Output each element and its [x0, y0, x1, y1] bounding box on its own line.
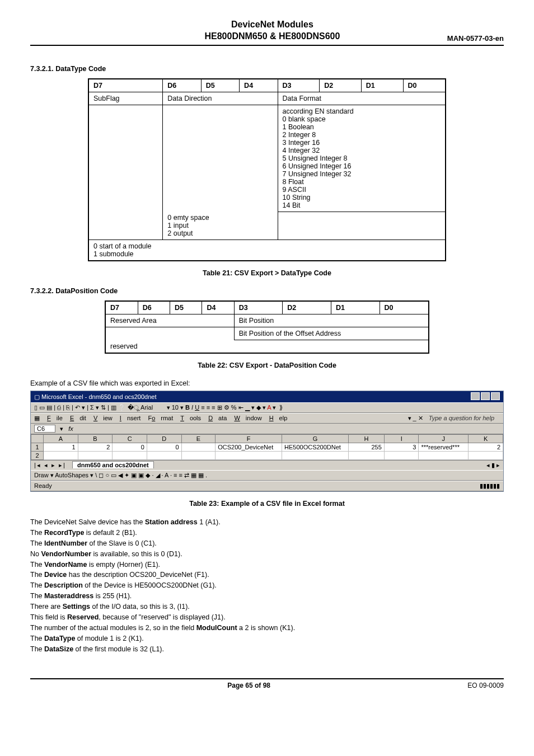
note-line: This field is Reserved, because of "rese… — [30, 613, 504, 622]
close-icon — [491, 392, 500, 400]
menu-tools[interactable]: Tools — [180, 415, 201, 421]
fx-icon[interactable]: fx — [68, 425, 73, 432]
note-line: The number of the actual modules is 2, s… — [30, 623, 504, 633]
note-line: The RecordType is default 2 (B1). — [30, 528, 504, 538]
workbook-icon: ▦ — [34, 415, 40, 421]
menu-bar[interactable]: ▦ File Edit View Insert Format Tools Dat… — [31, 413, 503, 424]
menu-file[interactable]: File — [47, 415, 63, 421]
minimize-icon — [471, 392, 480, 400]
spreadsheet-grid[interactable]: ABCDEFGHIJK 11200OCS200_DeviceNetHE500OC… — [31, 434, 503, 460]
menu-data[interactable]: Data — [208, 415, 227, 421]
help-search[interactable]: Type a question for help — [429, 415, 494, 421]
menu-view[interactable]: View — [93, 415, 113, 421]
standard-toolbar[interactable]: ▯ ▭ ▤ | ⎙ | ⎘ | ↶ ▾ | Σ ▾ ⇅ | ▥ ❔ �ू Ari… — [31, 402, 503, 413]
drawing-toolbar[interactable]: Draw ▾ AutoShapes ▾ \ ◻ ○ ▭ ◀ ✦ ▣ ▣ ◆ · … — [31, 470, 503, 481]
window-buttons[interactable] — [470, 392, 500, 401]
maximize-icon — [481, 392, 490, 400]
dataposition-code-table: D7D6D5D4D3D2D1D0 Reserved AreaBit Positi… — [105, 300, 429, 354]
doc-title: DeviceNet ModulesHE800DNM650 & HE800DNS6… — [97, 19, 447, 43]
menu-edit[interactable]: Edit — [70, 415, 86, 421]
note-line: There are Settings of the I/O data, so t… — [30, 602, 504, 612]
table-row: 2 — [31, 452, 503, 460]
menu-window[interactable]: Window — [234, 415, 261, 421]
section-7322-title: 7.3.2.2. DataPosition Code — [30, 287, 504, 295]
excel-app-icon: ▢ — [34, 393, 41, 400]
csv-intro: Example of a CSV file which was exported… — [30, 379, 504, 387]
datatype-code-table: D7D6D5D4D3D2D1D0 SubFlagData DirectionDa… — [88, 78, 446, 262]
name-box[interactable]: C6 — [34, 425, 55, 433]
note-line: The Masteraddress is 255 (H1). — [30, 591, 504, 601]
menu-help[interactable]: Help — [269, 415, 288, 421]
sheet-tab-active[interactable]: dnm650 and ocs200dnet — [72, 461, 154, 468]
menu-insert[interactable]: Insert — [120, 415, 141, 421]
note-line: The IdentNumber of the Slave is 0 (C1). — [30, 539, 504, 548]
table-row: 11200OCS200_DeviceNetHE500OCS200DNet2553… — [31, 443, 503, 452]
doc-number: MAN-0577-03-en — [447, 34, 504, 43]
excel-titlebar[interactable]: ▢ Microsoft Excel - dnm650 and ocs200dne… — [31, 391, 503, 402]
menu-format[interactable]: Format — [148, 415, 173, 421]
table23-caption: Table 23: Example of a CSV file in Excel… — [30, 500, 504, 508]
formula-bar[interactable]: C6▾ fx — [31, 424, 503, 434]
section-7321-title: 7.3.2.1. DataType Code — [30, 65, 504, 73]
table21-caption: Table 21: CSV Export > DataType Code — [30, 269, 504, 277]
status-bar: Ready▮▮▮▮▮▮ — [31, 481, 503, 491]
field-notes: The DeviceNet Salve device has the Stati… — [30, 518, 504, 654]
page-header: DeviceNet ModulesHE800DNM650 & HE800DNS6… — [30, 19, 504, 46]
note-line: The VendorName is empty (Horner) (E1). — [30, 560, 504, 570]
note-line: The DataSize of the first module is 32 (… — [30, 645, 504, 654]
excel-window: ▢ Microsoft Excel - dnm650 and ocs200dne… — [30, 391, 504, 492]
sheet-tabs[interactable]: |◂ ◂ ▸ ▸| dnm650 and ocs200dnet ◂ ▮ ▸ — [31, 460, 503, 470]
page-footer: Page 65 of 98 EO 09-0009 — [30, 678, 504, 689]
note-line: No VendorNumber is available, so this is… — [30, 550, 504, 559]
note-line: The DeviceNet Salve device has the Stati… — [30, 518, 504, 527]
table22-caption: Table 22: CSV Export - DataPosition Code — [30, 361, 504, 369]
note-line: The DataType of module 1 is 2 (K1). — [30, 634, 504, 644]
note-line: The Description of the Device is HE500OC… — [30, 581, 504, 590]
note-line: The Device has the description OCS200_De… — [30, 570, 504, 580]
sheet-nav-icons[interactable]: |◂ ◂ ▸ ▸| — [34, 462, 66, 468]
